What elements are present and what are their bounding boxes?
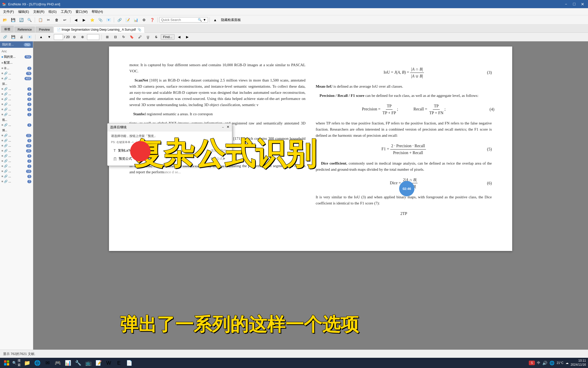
sidebar-item-8[interactable]: 🔗 ... 8: [1, 91, 32, 97]
toolbar-btn-9[interactable]: ◀: [72, 16, 80, 24]
pdf-email-button[interactable]: 📧: [26, 34, 33, 40]
minimize-button[interactable]: －: [562, 1, 570, 8]
pdf-print-button[interactable]: 🖨: [18, 34, 25, 40]
toolbar-btn-10[interactable]: ▶: [80, 16, 88, 24]
taskbar-clock[interactable]: 10:11 2024/11/16: [571, 359, 586, 367]
close-button[interactable]: ✕: [579, 1, 586, 8]
toolbar-btn-8[interactable]: ↩: [61, 16, 69, 24]
menu-help[interactable]: 帮助(H): [90, 9, 105, 15]
toolbar-btn-4[interactable]: 🔍: [26, 16, 33, 24]
sidebar-item-7[interactable]: 🔗 ... 7: [1, 179, 32, 184]
my-library-label[interactable]: 我的资...: [2, 42, 14, 47]
taskbar-app-2[interactable]: 📊: [63, 358, 72, 367]
taskbar-app-5[interactable]: 📝: [94, 358, 103, 367]
page-number-input[interactable]: 12: [54, 34, 63, 40]
sidebar-item-2c[interactable]: 🔗 ... 2: [1, 164, 32, 169]
bookmark-button[interactable]: 🔖: [128, 34, 135, 40]
sidebar-item-6[interactable]: 🔗 ... 6: [1, 97, 32, 102]
sidebar-item-all[interactable]: 我的资... 762: [1, 54, 32, 60]
pdf-save-button[interactable]: 💾: [10, 34, 17, 40]
tab-pdf[interactable]: 📄 Image Segmentation Using Deep Learning…: [54, 27, 145, 33]
sidebar-item-25[interactable]: 🔗 ... 25: [1, 148, 32, 153]
dropdown-icon[interactable]: ▼: [203, 18, 206, 22]
dialog-close-btn[interactable]: ✕: [227, 125, 229, 130]
strikethrough-button[interactable]: S̶: [153, 34, 160, 40]
underline-button[interactable]: U̲: [144, 34, 152, 40]
sidebar-item-18[interactable]: 🔗 ... 18: [1, 143, 32, 148]
quick-search-box[interactable]: 🔍 ▼: [159, 17, 208, 22]
toolbar-btn-2[interactable]: 💾: [9, 16, 17, 24]
toolbar-btn-13[interactable]: 📧: [105, 16, 112, 24]
zoom-in-button[interactable]: ⊕: [79, 34, 86, 40]
sidebar-item-403[interactable]: 🔗 ... 403: [1, 76, 32, 81]
menu-reference[interactable]: 文献(R): [31, 9, 46, 15]
menu-edit[interactable]: 编辑(E): [16, 9, 31, 15]
menu-tools[interactable]: 工具(T): [59, 9, 74, 15]
sidebar-item-1a[interactable]: 🔗 ... 1: [1, 86, 32, 91]
menu-window[interactable]: 窗口(W): [74, 9, 90, 15]
menu-group[interactable]: 组(G): [46, 9, 59, 15]
toolbar-btn-18[interactable]: ❓: [148, 16, 156, 24]
taskbar-acrobat[interactable]: 📄: [125, 358, 134, 367]
pdf-prev-page[interactable]: ▲: [38, 34, 45, 40]
toolbar-btn-7[interactable]: 🗑: [53, 16, 60, 24]
toolbar-btn-11[interactable]: ⭐: [88, 16, 96, 24]
tab-preview[interactable]: Preview: [35, 27, 53, 32]
sidebar-item-config2[interactable]: 配置...: [1, 60, 32, 66]
maximize-button[interactable]: □: [571, 1, 578, 8]
quick-search-input[interactable]: [161, 18, 197, 22]
toolbar-btn-1[interactable]: 📂: [1, 16, 9, 24]
pdf-next-page[interactable]: ▼: [46, 34, 53, 40]
highlight-button[interactable]: 🖊: [136, 34, 143, 40]
sidebar-item-13[interactable]: 🔗 ... 13: [1, 169, 32, 174]
sidebar-item-2[interactable]: ②... 2: [1, 66, 32, 71]
sidebar-item-1b[interactable]: 🔗 ... 1: [1, 112, 32, 117]
taskbar-file-explorer[interactable]: 📁: [22, 358, 32, 367]
sidebar-item-2b[interactable]: 🔗 ... 2: [1, 158, 32, 164]
sidebar-item-configure[interactable]: Anc: [1, 49, 32, 54]
sidebar-item-79[interactable]: 🔗 ... 79: [1, 71, 32, 76]
search-arrow-button[interactable]: ▲: [211, 16, 219, 24]
taskbar-endnote[interactable]: E: [114, 358, 124, 367]
fit-page-button[interactable]: ⊟: [112, 34, 119, 40]
sidebar-item-1c[interactable]: 🔗 ... 1: [1, 122, 32, 128]
find-button[interactable]: Find...: [161, 34, 175, 40]
taskbar-search-button[interactable]: 🔍 搜索: [12, 358, 21, 367]
toolbar-btn-6[interactable]: ✂: [45, 16, 52, 24]
sidebar-item-22[interactable]: 🔗 ... 22: [1, 133, 32, 138]
next-find-button[interactable]: ▶: [184, 34, 191, 40]
rotation-button[interactable]: ↻: [120, 34, 127, 40]
zoom-input[interactable]: 371%: [87, 34, 99, 40]
toolbar-btn-5[interactable]: 📋: [36, 16, 44, 24]
pdf-open-button[interactable]: 🔗: [2, 34, 9, 40]
tab-reference[interactable]: Reference: [14, 27, 35, 32]
taskbar-start-button[interactable]: [2, 358, 11, 367]
toolbar-btn-17[interactable]: ⚙: [140, 16, 148, 24]
sidebar-item-9[interactable]: 🔗 ... 9: [1, 107, 32, 112]
toolbar-btn-14[interactable]: 🔗: [116, 16, 123, 24]
network-icon[interactable]: 🌐: [549, 361, 555, 365]
toolbar-btn-3[interactable]: 🔄: [17, 16, 25, 24]
toolbar-btn-15[interactable]: 📝: [124, 16, 131, 24]
dialog-minimize-btn[interactable]: －: [221, 125, 225, 130]
tab-standard[interactable]: 标签: [1, 26, 14, 32]
taskbar-browser[interactable]: 🌐: [33, 358, 42, 367]
volume-icon[interactable]: 🔊: [542, 361, 547, 365]
hide-panel-label[interactable]: 隐藏检索面板: [219, 18, 242, 22]
fit-width-button[interactable]: ⊞: [104, 34, 111, 40]
toolbar-btn-16[interactable]: 📊: [132, 16, 140, 24]
taskbar-word[interactable]: W: [104, 358, 113, 367]
menu-file[interactable]: 文件(F): [1, 9, 16, 15]
taskbar-mail[interactable]: ✉: [43, 358, 52, 367]
sidebar-item-9c[interactable]: 🔗 ... 9: [1, 153, 32, 158]
taskbar-app-3[interactable]: 🔧: [74, 358, 83, 367]
sidebar-item-3[interactable]: 🔗 ... 3: [1, 102, 32, 107]
sidebar-item-9b[interactable]: 🔗 ... 9: [1, 138, 32, 143]
sidebar-item-5[interactable]: 🔗 ... 5: [1, 174, 32, 179]
prev-find-button[interactable]: ◀: [176, 34, 183, 40]
taskbar-app-4[interactable]: 📺: [84, 358, 93, 367]
zoom-out-button[interactable]: ⊖: [71, 34, 78, 40]
pdf-area[interactable]: motor. It is captured by four different …: [33, 41, 588, 360]
taskbar-app-1[interactable]: 🎮: [53, 358, 62, 367]
toolbar-btn-12[interactable]: 📎: [96, 16, 104, 24]
